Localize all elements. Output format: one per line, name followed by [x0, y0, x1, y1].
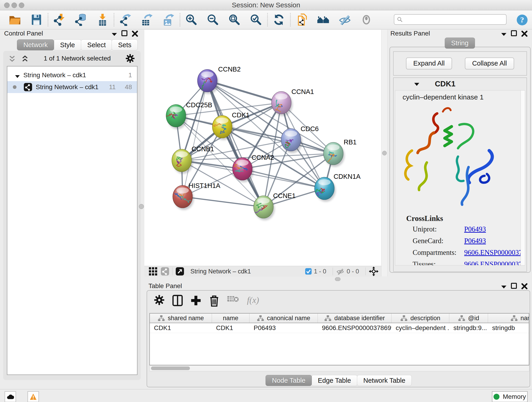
import-table-button[interactable]	[96, 13, 109, 26]
expand-all-button[interactable]: Expand All	[406, 57, 452, 70]
warnings-button[interactable]	[27, 391, 39, 402]
table-row[interactable]: CDK1CDK1P064939606.ENSP00000378699cyclin…	[150, 323, 529, 333]
crosslink-link[interactable]: P06493	[464, 237, 486, 245]
tab-node-table[interactable]: Node Table	[266, 375, 312, 386]
control-panel-float-icon[interactable]	[121, 30, 128, 37]
left-splitter-handle[interactable]	[139, 204, 144, 209]
tab-sets[interactable]: Sets	[112, 39, 138, 51]
node-CDKN1A[interactable]: CDKN1A	[315, 173, 361, 202]
add-column-icon[interactable]	[191, 295, 201, 305]
node-label-CCNA1: CCNA1	[291, 88, 314, 95]
crosslink-link[interactable]: 9606.ENSP00000378699	[464, 260, 525, 265]
column-header-name[interactable]: name	[212, 313, 249, 323]
tab-style[interactable]: Style	[54, 39, 81, 51]
cell-canonicalname[interactable]: P06493	[249, 323, 318, 333]
cloud-status-button[interactable]	[5, 391, 16, 402]
control-panel-menu-caret-icon[interactable]	[111, 31, 118, 38]
results-button-row: Expand All Collapse All	[393, 51, 527, 76]
cell-id[interactable]: stringdb:9...	[449, 323, 488, 333]
column-header-namespace[interactable]: namespace	[488, 313, 529, 323]
edge-CCNA2-CDKN1A[interactable]	[242, 169, 324, 188]
zoom-out-button[interactable]	[207, 13, 219, 26]
crosslink-link[interactable]: 9606.ENSP00000378699	[464, 249, 525, 257]
hide-unhide-button[interactable]	[339, 13, 351, 26]
edge-CCNB2-HIST1H1A[interactable]	[183, 81, 207, 197]
node-label-CCNB2: CCNB2	[218, 65, 241, 73]
tab-network[interactable]: Network	[17, 39, 54, 51]
node-CCNA1[interactable]: CCNA1	[272, 88, 314, 116]
graphics-details-button[interactable]	[360, 13, 373, 26]
home-button[interactable]	[317, 13, 329, 26]
cell-namespace[interactable]: stringdb	[488, 323, 529, 333]
collection-caret-icon[interactable]	[15, 73, 20, 77]
crosslink-link[interactable]: P06493	[464, 225, 486, 233]
table-panel-close-icon[interactable]	[521, 283, 528, 290]
main-toolbar: ?	[0, 10, 532, 29]
open-session-button[interactable]	[9, 13, 21, 26]
export-table-button[interactable]	[141, 13, 153, 26]
function-builder-icon: f(x)	[247, 295, 259, 305]
column-header-id[interactable]: @id	[449, 313, 488, 323]
selected-nodes-checkbox[interactable]	[305, 268, 312, 274]
table-horizontal-scrollbar[interactable]	[149, 365, 529, 371]
tab-network-table[interactable]: Network Table	[357, 375, 412, 386]
scrollbar-thumb[interactable]	[151, 366, 190, 370]
control-panel-close-icon[interactable]	[132, 30, 138, 37]
zoom-in-button[interactable]	[185, 13, 197, 26]
refresh-layout-button[interactable]	[273, 13, 285, 26]
table-panel-float-icon[interactable]	[511, 283, 518, 290]
results-scrollbar[interactable]	[520, 90, 525, 265]
cell-name[interactable]: CDK1	[212, 323, 249, 333]
memory-button[interactable]: Memory	[492, 391, 528, 402]
cdk1-collapse-caret-icon[interactable]	[414, 82, 420, 86]
node-CDC25B[interactable]: CDC25B	[166, 101, 212, 129]
column-header-sharedname[interactable]: shared name	[150, 313, 212, 323]
search-input[interactable]	[405, 16, 502, 23]
cdk1-entry-header[interactable]: CDK1	[394, 78, 526, 90]
tab-edge-table[interactable]: Edge Table	[311, 375, 357, 386]
tab-select[interactable]: Select	[81, 39, 112, 51]
import-network-file-button[interactable]	[53, 13, 65, 26]
network-manager-gear-icon[interactable]	[126, 54, 135, 63]
network-list-item[interactable]: String Network – cdk1 11 48	[7, 81, 137, 93]
results-panel-menu-caret-icon[interactable]	[500, 31, 507, 38]
string-protein-query-button[interactable]	[296, 13, 308, 26]
show-columns-icon[interactable]	[172, 295, 183, 305]
table-panel-menu-caret-icon[interactable]	[500, 283, 507, 290]
export-network-button[interactable]	[119, 13, 132, 26]
network-canvas[interactable]: CCNB2 CCNA1 CDC25B CDK1 CDC6 RB1 CCNB1 C…	[144, 30, 381, 266]
results-panel-float-icon[interactable]	[511, 30, 518, 37]
edge-HIST1H1A-CCNE1[interactable]	[183, 197, 264, 207]
results-panel-close-icon[interactable]	[521, 30, 528, 37]
import-network-database-button[interactable]	[75, 13, 87, 26]
node-RB1[interactable]: RB1	[323, 138, 356, 167]
tab-string[interactable]: String	[445, 38, 475, 49]
selected-count: 1 - 0	[314, 268, 326, 275]
node-HIST1H1A[interactable]: HIST1H1A	[173, 182, 220, 210]
fit-content-crosshair-icon[interactable]	[369, 267, 379, 276]
collapse-all-button[interactable]: Collapse All	[465, 57, 514, 70]
search-box[interactable]	[394, 14, 507, 25]
cell-sharedname[interactable]: CDK1	[150, 323, 212, 333]
node-CCNB2[interactable]: CCNB2	[197, 65, 241, 94]
cell-description[interactable]: cyclin–dependent ...	[392, 323, 449, 333]
hidden-eye-icon[interactable]	[336, 267, 344, 275]
network-list-item[interactable]: String Network – cdk1 1	[7, 69, 137, 81]
help-button[interactable]: ?	[516, 14, 528, 26]
export-image-button[interactable]	[162, 13, 175, 26]
table-settings-gear-icon[interactable]	[154, 295, 165, 305]
zoom-selected-button[interactable]	[250, 13, 262, 26]
column-header-description[interactable]: description	[392, 313, 449, 323]
collapse-all-networks-icon[interactable]	[21, 55, 29, 62]
column-header-databaseidentifier[interactable]: database identifier	[318, 313, 392, 323]
network-badge-icon[interactable]	[161, 267, 169, 275]
column-header-canonicalname[interactable]: canonical name	[249, 313, 318, 323]
birds-eye-view-icon[interactable]	[149, 267, 157, 275]
right-splitter-handle[interactable]	[382, 151, 387, 155]
expand-all-networks-icon[interactable]	[8, 55, 16, 62]
cell-databaseidentifier[interactable]: 9606.ENSP00000378699	[318, 323, 392, 333]
zoom-fit-button[interactable]	[228, 13, 241, 26]
save-session-button[interactable]	[30, 13, 43, 26]
open-in-new-window-icon[interactable]	[176, 267, 184, 275]
delete-column-icon[interactable]	[209, 295, 220, 305]
